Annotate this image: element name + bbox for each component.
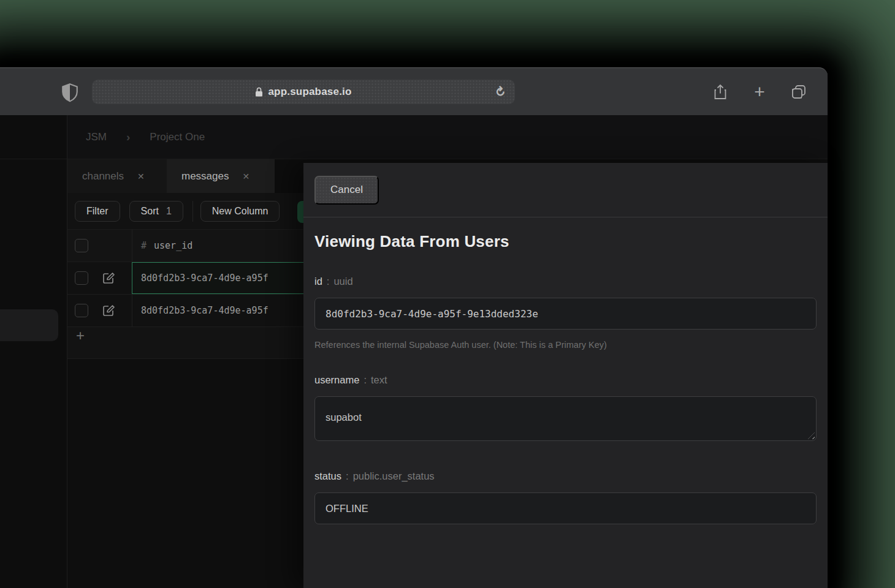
edit-row-icon[interactable]: [102, 304, 115, 317]
address-bar[interactable]: app.supabase.io ↻: [92, 80, 515, 104]
app-sidebar: [0, 115, 67, 588]
row-gutter: [67, 295, 132, 326]
tab-label: messages: [181, 170, 229, 183]
sort-label: Sort: [141, 206, 159, 217]
field-name: status: [314, 470, 341, 482]
sidebar-header: [0, 115, 67, 159]
id-field[interactable]: 8d0fd2b3-9ca7-4d9e-a95f-9e13dded323e: [314, 298, 817, 330]
browser-actions: +: [711, 68, 808, 116]
add-row-icon: +: [67, 327, 85, 358]
field-label-username: username : text: [314, 374, 817, 386]
field-name: id: [314, 276, 322, 287]
panel-body: Viewing Data From Users id : uuid 8d0fd2…: [303, 217, 828, 524]
field-type: uuid: [333, 276, 352, 287]
username-field[interactable]: supabot: [314, 396, 817, 441]
share-icon[interactable]: [711, 83, 729, 101]
status-field[interactable]: OFFLINE: [314, 492, 817, 524]
close-icon[interactable]: ✕: [242, 172, 249, 181]
breadcrumb-project[interactable]: Project One: [150, 131, 205, 143]
new-tab-icon[interactable]: +: [750, 83, 769, 101]
page-title: Viewing Data From Users: [314, 232, 817, 251]
breadcrumb-org[interactable]: JSM: [86, 131, 107, 143]
edit-row-icon[interactable]: [102, 271, 115, 285]
row-gutter: [67, 262, 132, 294]
privacy-shield-icon[interactable]: [61, 83, 79, 102]
filter-label: Filter: [86, 206, 109, 217]
sidebar-popover: [0, 309, 58, 341]
supabase-app: JSM › Project One channels ✕ messages ✕ …: [0, 115, 828, 588]
close-icon[interactable]: ✕: [137, 172, 145, 181]
field-label-id: id : uuid: [314, 276, 817, 287]
sort-button[interactable]: Sort 1: [129, 201, 183, 222]
column-name: user_id: [154, 240, 192, 251]
tab-label: channels: [82, 170, 124, 183]
header-gutter: [67, 230, 132, 262]
select-all-checkbox[interactable]: [75, 239, 88, 252]
browser-window: app.supabase.io ↻ +: [0, 67, 828, 588]
new-column-button[interactable]: New Column: [200, 201, 280, 222]
tab-channels[interactable]: channels ✕: [67, 159, 167, 193]
new-column-label: New Column: [212, 206, 268, 217]
toolbar-divider: [192, 201, 193, 222]
row-detail-panel: Cancel Viewing Data From Users id : uuid…: [303, 163, 828, 588]
field-label-status: status : public.user_status: [314, 470, 817, 482]
breadcrumb: JSM › Project One: [67, 115, 828, 159]
row-checkbox[interactable]: [75, 304, 88, 317]
row-checkbox[interactable]: [75, 271, 88, 285]
field-colon: :: [327, 276, 330, 287]
field-colon: :: [364, 374, 367, 386]
id-field-helper: References the internal Supabase Auth us…: [314, 340, 817, 350]
field-type: text: [371, 374, 387, 386]
field-colon: :: [346, 470, 349, 482]
sort-count-badge: 1: [166, 206, 172, 217]
lock-icon: [255, 87, 263, 97]
tab-messages[interactable]: messages ✕: [167, 159, 275, 193]
field-type: public.user_status: [353, 470, 435, 482]
resize-handle[interactable]: [808, 432, 815, 439]
tab-overview-icon[interactable]: [790, 83, 808, 101]
filter-button[interactable]: Filter: [75, 201, 120, 222]
cancel-button[interactable]: Cancel: [314, 176, 379, 205]
browser-toolbar: app.supabase.io ↻ +: [0, 67, 828, 115]
hash-icon: #: [141, 240, 147, 251]
username-value: supabot: [326, 412, 362, 423]
field-name: username: [314, 374, 359, 386]
chevron-right-icon: ›: [126, 130, 130, 144]
panel-header: Cancel: [303, 163, 828, 217]
url-text: app.supabase.io: [268, 86, 351, 98]
reload-icon[interactable]: ↻: [488, 80, 512, 104]
